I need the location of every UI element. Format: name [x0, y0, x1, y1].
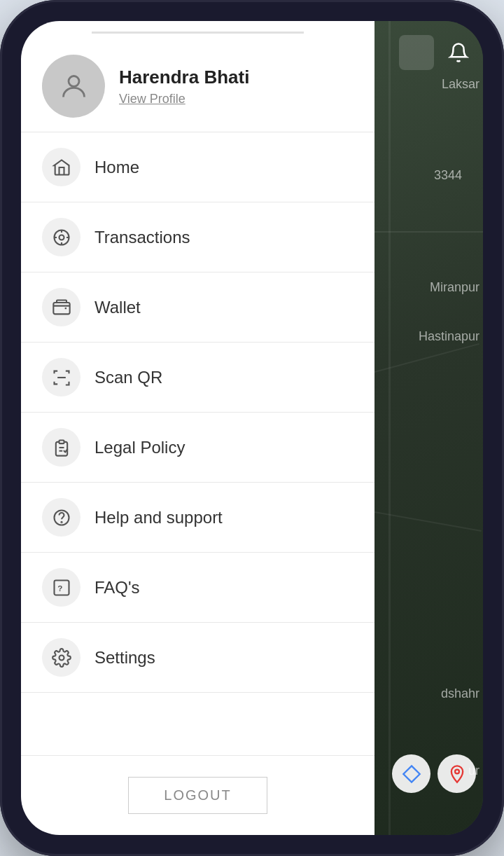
- sidebar-item-home[interactable]: Home: [21, 132, 374, 202]
- sidebar-item-transactions[interactable]: Transactions: [21, 202, 374, 272]
- view-profile-link[interactable]: View Profile: [119, 92, 249, 106]
- svg-point-9: [61, 521, 62, 522]
- map-overlay: [374, 21, 483, 835]
- legal-policy-icon-wrapper: [42, 428, 80, 467]
- wallet-icon-wrapper: [42, 288, 80, 326]
- profile-info: Harendra Bhati View Profile: [119, 67, 249, 106]
- sidebar-item-help-support[interactable]: Help and support: [21, 483, 374, 553]
- legal-policy-label: Legal Policy: [94, 438, 185, 457]
- profile-name: Harendra Bhati: [119, 67, 249, 88]
- map-google-maps-button[interactable]: [438, 754, 476, 793]
- settings-icon-wrapper: [42, 638, 80, 677]
- svg-point-0: [69, 76, 79, 86]
- home-icon: [52, 158, 71, 177]
- faqs-label: FAQ's: [94, 578, 140, 598]
- faqs-icon-wrapper: ?: [42, 568, 80, 607]
- scan-qr-icon-wrapper: [42, 358, 80, 396]
- map-diamond-button[interactable]: [392, 754, 430, 793]
- help-support-icon: [52, 508, 71, 527]
- wallet-label: Wallet: [94, 298, 141, 317]
- scan-qr-icon: [52, 368, 71, 387]
- map-label-miranpur: Miranpur: [430, 280, 479, 295]
- help-support-icon-wrapper: [42, 498, 80, 537]
- logout-button[interactable]: LOGOUT: [128, 777, 267, 814]
- svg-rect-5: [59, 440, 64, 443]
- avatar[interactable]: [42, 55, 105, 118]
- svg-rect-3: [53, 303, 69, 314]
- map-panel: Laksar 3344 Miranpur Hastinapur dshahr u…: [374, 21, 483, 835]
- map-back-button[interactable]: [399, 35, 434, 70]
- sidebar-item-wallet[interactable]: Wallet: [21, 272, 374, 343]
- home-icon-wrapper: [42, 148, 80, 186]
- transactions-label: Transactions: [94, 228, 190, 247]
- map-label-3344: 3344: [434, 168, 462, 183]
- svg-text:?: ?: [57, 583, 62, 592]
- svg-point-14: [455, 769, 459, 773]
- settings-icon: [52, 648, 71, 668]
- wallet-icon: [52, 298, 71, 317]
- svg-marker-13: [403, 766, 419, 782]
- svg-point-12: [59, 655, 64, 660]
- settings-label: Settings: [94, 648, 155, 668]
- logout-section: LOGOUT: [21, 755, 374, 835]
- map-top-bar: [399, 35, 476, 70]
- svg-point-2: [59, 235, 64, 240]
- sidebar-item-faqs[interactable]: ? FAQ's: [21, 553, 374, 623]
- transactions-icon-wrapper: [42, 218, 80, 256]
- home-label: Home: [94, 158, 139, 177]
- help-support-label: Help and support: [94, 508, 223, 527]
- sidebar-item-settings[interactable]: Settings: [21, 623, 374, 693]
- map-label-laksar: Laksar: [442, 77, 479, 92]
- map-label-hastinapur: Hastinapur: [419, 329, 479, 344]
- phone-frame: Harendra Bhati View Profile Home: [0, 0, 504, 856]
- sidebar-item-legal-policy[interactable]: Legal Policy: [21, 413, 374, 483]
- profile-section: Harendra Bhati View Profile: [21, 34, 374, 132]
- transactions-icon: [52, 228, 71, 247]
- phone-screen: Harendra Bhati View Profile Home: [21, 21, 483, 835]
- map-bottom-icons: [392, 754, 476, 793]
- map-bell-button[interactable]: [441, 35, 476, 70]
- drawer-panel: Harendra Bhati View Profile Home: [21, 21, 374, 835]
- faqs-icon: ?: [52, 578, 71, 598]
- scan-qr-label: Scan QR: [94, 368, 162, 387]
- map-label-dshahr: dshahr: [441, 686, 479, 701]
- menu-list: Home Transactions: [21, 132, 374, 755]
- sidebar-item-scan-qr[interactable]: Scan QR: [21, 343, 374, 413]
- legal-policy-icon: [52, 438, 71, 457]
